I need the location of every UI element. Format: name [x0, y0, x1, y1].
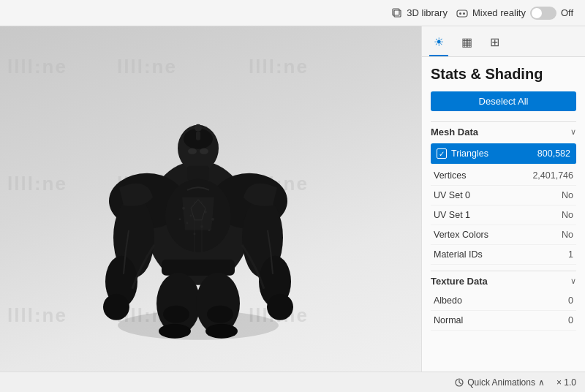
- svg-point-11: [188, 148, 197, 154]
- mesh-data-section-header[interactable]: Mesh Data ∨: [431, 121, 576, 142]
- svg-rect-21: [162, 260, 235, 276]
- svg-point-32: [182, 207, 185, 210]
- texture-data-chevron: ∨: [570, 276, 576, 286]
- triangles-label: Triangles: [451, 148, 488, 159]
- triangles-label-group: ✓ Triangles: [437, 148, 488, 159]
- triangles-row[interactable]: ✓ Triangles 800,582: [431, 143, 576, 165]
- svg-point-18: [103, 294, 129, 320]
- off-label: Off: [561, 7, 573, 18]
- zoom-value: × 1.0: [556, 377, 576, 388]
- uv-set-0-row: UV Set 0 No: [431, 186, 576, 206]
- svg-point-35: [186, 222, 189, 224]
- vertex-colors-row: Vertex Colors No: [431, 225, 576, 245]
- albedo-value: 0: [568, 295, 573, 306]
- mesh-data-chevron: ∨: [570, 127, 576, 137]
- mixed-reality-label: Mixed reality: [472, 7, 526, 18]
- uv-set-0-value: No: [562, 190, 573, 200]
- quick-animations-chevron: ∧: [538, 377, 545, 388]
- bottom-bar: Quick Animations ∧ × 1.0: [0, 372, 585, 392]
- svg-rect-2: [457, 10, 467, 17]
- normal-value: 0: [568, 315, 573, 325]
- svg-rect-13: [187, 166, 209, 181]
- uv-set-1-value: No: [562, 210, 573, 220]
- viewport[interactable]: llll:ne llll:ne llll:ne llll:ne llll:ne …: [0, 26, 421, 372]
- texture-data-section-header[interactable]: Texture Data ∨: [431, 271, 576, 291]
- watermark: llll:ne: [7, 56, 67, 78]
- cube-icon: [391, 7, 403, 19]
- panel-tabs: ☀ ▦ ⊞: [422, 26, 585, 57]
- panel-content: Stats & Shading Deselect All Mesh Data ∨…: [422, 57, 585, 372]
- watermark: llll:ne: [7, 173, 67, 195]
- triangles-checkbox[interactable]: ✓: [437, 148, 447, 159]
- uv-set-1-row: UV Set 1 No: [431, 206, 576, 225]
- animation-icon: [454, 377, 464, 388]
- svg-point-26: [159, 324, 191, 339]
- svg-point-38: [179, 218, 181, 220]
- main-area: llll:ne llll:ne llll:ne llll:ne llll:ne …: [0, 26, 585, 372]
- tab-grid[interactable]: ⊞: [486, 32, 504, 56]
- albedo-label: Albedo: [434, 295, 462, 306]
- vr-icon: [456, 7, 468, 19]
- tab-bar-chart[interactable]: ▦: [457, 32, 477, 56]
- svg-point-40: [208, 229, 211, 231]
- 3d-model: [74, 62, 322, 347]
- vertex-colors-value: No: [562, 230, 573, 240]
- texture-data-title: Texture Data: [431, 276, 488, 287]
- topbar: 3D library Mixed reality Off: [0, 0, 585, 26]
- svg-point-27: [205, 324, 238, 339]
- svg-point-19: [267, 294, 293, 320]
- watermark: llll:ne: [7, 304, 67, 327]
- normal-label: Normal: [434, 315, 463, 325]
- svg-rect-31: [196, 132, 200, 140]
- normal-row: Normal 0: [431, 311, 576, 331]
- uv-set-0-label: UV Set 0: [434, 190, 470, 200]
- triangles-value: 800,582: [537, 148, 570, 159]
- svg-point-25: [207, 306, 233, 323]
- material-ids-label: Material IDs: [434, 249, 483, 260]
- vertices-value: 2,401,746: [532, 170, 573, 181]
- tab-sun[interactable]: ☀: [429, 32, 448, 56]
- 3d-library-button[interactable]: 3D library: [391, 7, 448, 19]
- mixed-reality-toggle[interactable]: [530, 7, 556, 20]
- svg-rect-0: [394, 10, 401, 17]
- svg-point-3: [459, 12, 461, 15]
- library-label: 3D library: [407, 7, 448, 18]
- material-ids-value: 1: [568, 249, 573, 260]
- panel-title: Stats & Shading: [431, 66, 576, 83]
- svg-point-4: [463, 12, 465, 15]
- quick-animations-label: Quick Animations: [467, 377, 535, 388]
- uv-set-1-label: UV Set 1: [434, 210, 470, 220]
- svg-point-24: [163, 306, 189, 323]
- vertex-colors-label: Vertex Colors: [434, 230, 488, 240]
- right-panel: ☀ ▦ ⊞ Stats & Shading Deselect All Mesh …: [421, 26, 585, 372]
- mesh-data-title: Mesh Data: [431, 127, 478, 137]
- material-ids-row: Material IDs 1: [431, 245, 576, 265]
- albedo-row: Albedo 0: [431, 291, 576, 311]
- svg-rect-1: [393, 9, 399, 15]
- quick-animations-item[interactable]: Quick Animations ∧: [454, 377, 545, 388]
- svg-point-30: [195, 124, 202, 132]
- svg-point-37: [194, 233, 196, 235]
- svg-point-39: [211, 218, 214, 221]
- svg-point-36: [200, 225, 203, 228]
- svg-point-12: [200, 148, 208, 154]
- deselect-all-button[interactable]: Deselect All: [431, 91, 576, 111]
- svg-line-43: [459, 382, 461, 384]
- zoom-item: × 1.0: [556, 377, 576, 388]
- vertices-row: Vertices 2,401,746: [431, 166, 576, 186]
- vertices-label: Vertices: [434, 170, 466, 181]
- svg-point-33: [190, 214, 192, 216]
- mixed-reality-toggle-area: Mixed reality Off: [456, 7, 573, 20]
